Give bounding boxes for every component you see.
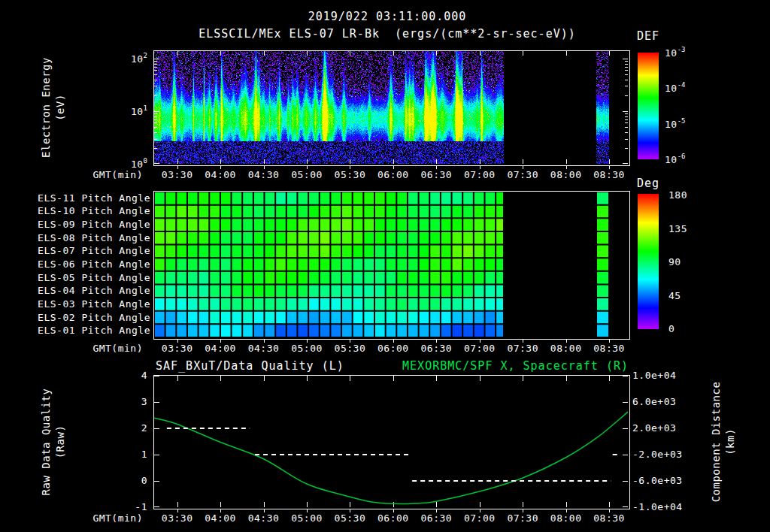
time-axis-tick-mark <box>436 339 437 343</box>
time-tick-label: 07:30 <box>507 170 538 180</box>
time-axis-tick-mark <box>609 339 610 343</box>
time-tick-label: 03:30 <box>162 343 193 354</box>
time-axis-tick-mark <box>220 509 221 512</box>
energy-tick-label: 100 <box>131 158 147 170</box>
energy-axis-label: Electron Energy (eV) <box>39 10 68 205</box>
def-colorbar-tick-label: 10-5 <box>665 118 686 130</box>
distance-tick-label: -6.0e+03 <box>632 476 683 486</box>
time-tick-label: 03:30 <box>162 170 193 180</box>
time-axis-tick-mark <box>480 165 480 169</box>
time-axis-tick-mark <box>393 509 394 512</box>
time-axis-tick-mark <box>264 509 265 512</box>
time-axis-tick-mark <box>609 509 610 512</box>
pitch-row-label: ELS-01 Pitch Angle <box>38 325 150 336</box>
time-axis-tick-mark <box>264 339 265 343</box>
time-axis-tick-mark <box>436 509 437 512</box>
time-tick-label: 04:30 <box>248 513 280 524</box>
exp-base: 10 <box>665 154 678 165</box>
time-axis-tick-mark <box>350 339 350 343</box>
electron-energy-spectrogram-panel <box>153 50 630 166</box>
time-tick-label: 08:00 <box>550 343 582 354</box>
def-colorbar-title: DEF <box>637 29 659 43</box>
time-axis-tick-mark <box>523 339 523 343</box>
quality-axis-label-line2: (Raw) <box>53 344 68 532</box>
def-colorbar-tick-label: 10-4 <box>665 82 686 94</box>
time-axis-tick-mark <box>220 165 221 169</box>
time-axis-tick-mark <box>393 339 394 343</box>
time-tick-label: 06:00 <box>377 513 409 524</box>
distance-axis-label-line1: Component Distance <box>709 344 723 532</box>
time-axis-tick-mark <box>307 165 308 169</box>
orbit-series-title: MEXORBMC/SPF X, Spacecraft (R) <box>402 359 629 373</box>
quality-tick-label: 0 <box>141 476 147 486</box>
time-axis-tick-mark <box>393 165 394 169</box>
distance-tick-label: 1.0e+04 <box>632 370 676 381</box>
quality-tick-label: 2 <box>141 423 147 434</box>
time-axis-tick-mark <box>523 509 523 512</box>
gmt-axis-label: GMT(min) <box>92 513 143 524</box>
time-axis-tick-mark <box>609 165 610 169</box>
quality-tick-label: 3 <box>141 397 147 407</box>
exp-exponent: -5 <box>678 117 686 125</box>
time-axis-tick-mark <box>177 339 178 343</box>
time-tick-label: 05:00 <box>291 170 323 180</box>
time-tick-label: 08:00 <box>550 170 582 180</box>
deg-colorbar-tick-label: 90 <box>668 257 681 268</box>
time-tick-label: 06:30 <box>420 170 452 180</box>
quality-axis-label: Raw Data Quality (Raw) <box>39 344 68 532</box>
time-tick-label: 07:00 <box>464 170 496 180</box>
time-axis-tick-mark <box>307 339 308 343</box>
distance-axis-label-line2: (km) <box>723 344 738 532</box>
def-colorbar <box>638 53 659 159</box>
def-colorbar-tick-label: 10-3 <box>665 47 686 59</box>
time-axis-tick-mark <box>177 165 178 169</box>
time-tick-label: 08:00 <box>550 513 582 524</box>
time-tick-label: 04:30 <box>248 170 280 180</box>
pitch-row-label: ELS-08 Pitch Angle <box>38 233 150 243</box>
energy-axis-label-line2: (eV) <box>53 10 68 205</box>
deg-colorbar-tick-label: 0 <box>668 324 675 334</box>
time-axis-tick-mark <box>350 165 350 169</box>
time-axis-tick-mark <box>566 339 567 343</box>
quality-series-title: SAF_BXuT/Data Quality (L) <box>156 359 344 373</box>
exp-base: 10 <box>131 53 144 64</box>
exp-exponent: -6 <box>678 153 686 160</box>
energy-tick-label: 101 <box>131 105 147 117</box>
quality-tick-label: -1 <box>135 502 147 512</box>
deg-colorbar-tick-label: 180 <box>668 190 687 201</box>
time-tick-label: 08:30 <box>593 170 625 180</box>
distance-tick-label: 2.0e+03 <box>632 423 676 434</box>
time-tick-label: 08:30 <box>593 343 625 354</box>
quality-axis-label-line1: Raw Data Quality <box>39 344 53 532</box>
pitch-row-label: ELS-11 Pitch Angle <box>38 193 150 204</box>
time-tick-label: 05:30 <box>335 513 366 524</box>
time-tick-label: 04:00 <box>205 170 236 180</box>
pitch-angle-canvas <box>154 192 628 337</box>
exp-base: 10 <box>665 118 678 129</box>
quality-orbit-line-panel <box>153 375 630 509</box>
time-axis-tick-mark <box>566 509 567 512</box>
pitch-row-label: ELS-03 Pitch Angle <box>38 299 150 310</box>
pitch-angle-panel <box>153 191 630 340</box>
exp-base: 10 <box>665 83 678 94</box>
pitch-row-label: ELS-09 Pitch Angle <box>38 219 150 230</box>
time-axis-tick-mark <box>480 509 480 512</box>
plot-instrument-title: ELSSCIL/MEx ELS-07 LR-Bk (ergs/(cm**2-sr… <box>199 27 576 41</box>
exp-exponent: -3 <box>678 46 686 53</box>
deg-colorbar-tick-label: 135 <box>668 223 687 234</box>
time-tick-label: 05:00 <box>291 343 323 354</box>
exp-base: 10 <box>131 159 144 170</box>
time-axis-tick-mark <box>177 509 178 512</box>
pitch-row-label: ELS-10 Pitch Angle <box>38 206 150 216</box>
energy-tick-label: 102 <box>131 53 147 65</box>
time-axis-tick-mark <box>523 165 523 169</box>
time-axis-tick-mark <box>350 509 350 512</box>
time-axis-tick-mark <box>566 165 567 169</box>
time-tick-label: 05:30 <box>335 343 366 354</box>
time-tick-label: 04:00 <box>205 513 236 524</box>
def-colorbar-tick-label: 10-6 <box>665 153 686 165</box>
time-axis-tick-mark <box>220 339 221 343</box>
distance-tick-label: -2.0e+03 <box>632 449 683 460</box>
pitch-row-label: ELS-07 Pitch Angle <box>38 246 150 256</box>
time-tick-label: 06:30 <box>420 343 452 354</box>
